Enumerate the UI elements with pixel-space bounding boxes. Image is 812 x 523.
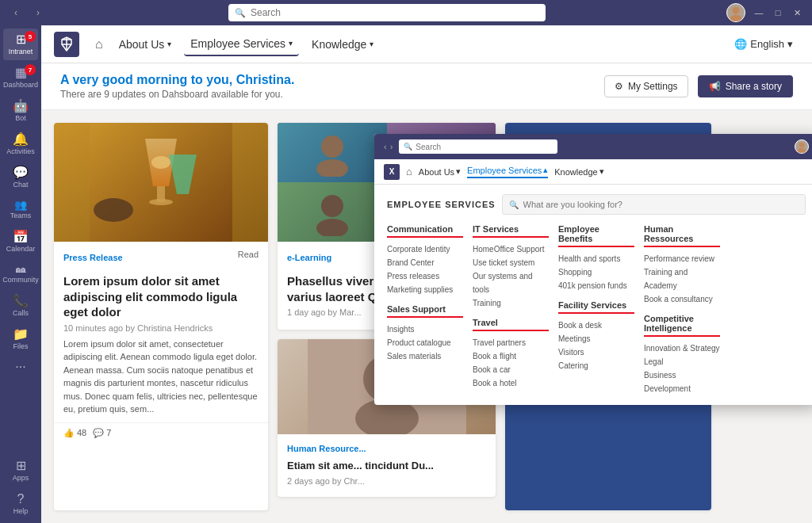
community-icon: 🏘: [16, 264, 26, 274]
svg-point-9: [321, 136, 343, 158]
sidebar-item-activities[interactable]: 🔔 Activities: [3, 128, 38, 160]
title-bar-left: ‹ ›: [6, 3, 48, 22]
sidebar-label-files: Files: [13, 342, 28, 350]
help-icon: ?: [17, 493, 25, 506]
overlay-chevron-3: ▾: [599, 166, 604, 177]
service-col-sales-items: Insights Product catalogue Sales materia…: [387, 323, 463, 363]
sidebar-item-dashboard[interactable]: ▦ Dashboard 7: [3, 62, 38, 94]
title-bar: ‹ › 🔍 — □ ✕: [0, 0, 812, 25]
teams-icon: 👥: [14, 200, 27, 210]
sidebar-item-intranet[interactable]: ⊞ Intranet 5: [3, 29, 38, 60]
list-item[interactable]: Book a car: [473, 363, 549, 376]
nav-item-knowledge[interactable]: Knowledge ▾: [305, 33, 380, 55]
overlay-nav-knowledge[interactable]: Knowledge ▾: [554, 166, 603, 177]
sidebar-label-apps: Apps: [13, 474, 29, 482]
language-selector[interactable]: 🌐 English ▾: [728, 35, 799, 53]
home-button[interactable]: ⌂: [92, 34, 106, 55]
sidebar-item-calendar[interactable]: 📅 Calendar: [3, 226, 38, 258]
sidebar-item-community[interactable]: 🏘 Community: [3, 259, 38, 288]
list-item[interactable]: Book a desk: [558, 319, 634, 332]
back-button[interactable]: ‹: [6, 3, 25, 22]
list-item[interactable]: Product catalogue: [387, 336, 463, 349]
list-item[interactable]: Legal: [644, 355, 720, 368]
maximize-button[interactable]: □: [769, 4, 787, 21]
list-item[interactable]: Performance review: [644, 252, 720, 265]
list-item[interactable]: Insights: [387, 323, 463, 336]
settings-icon: ⚙: [615, 81, 623, 92]
service-col-hr: Human Ressources Performance review Trai…: [644, 224, 720, 395]
overlay-content-search-input[interactable]: [523, 200, 799, 209]
list-item[interactable]: Book a consultancy: [644, 292, 720, 306]
overlay-nav-employee-services[interactable]: Employee Services ▴: [467, 165, 548, 178]
article-3-tag: Human Resource...: [287, 444, 366, 453]
sidebar-item-teams[interactable]: 👥 Teams: [3, 195, 38, 224]
list-item[interactable]: Business Development: [644, 368, 720, 395]
list-item[interactable]: Book a hotel: [473, 376, 549, 390]
list-item[interactable]: HomeOffice Support: [473, 242, 549, 256]
svg-point-1: [730, 15, 742, 21]
forward-button[interactable]: ›: [29, 3, 48, 22]
service-col-benefits-items: Health and sports Shopping 401k pension …: [558, 252, 634, 292]
my-settings-button[interactable]: ⚙ My Settings: [604, 75, 688, 97]
overlay-section-title: EMPLOYEE SERVICES: [387, 200, 496, 209]
sidebar-label-dashboard: Dashboard: [3, 81, 38, 89]
sidebar-item-help[interactable]: ? Help: [3, 488, 38, 520]
overlay-chevron-2: ▴: [543, 165, 548, 175]
overlay-topbar: ‹ › 🔍: [374, 134, 812, 159]
sidebar-item-chat[interactable]: 💬 Chat: [3, 162, 38, 193]
sidebar-item-files[interactable]: 📁 Files: [3, 323, 38, 355]
overlay-nav-about[interactable]: About Us ▾: [419, 166, 461, 177]
list-item[interactable]: 401k pension funds: [558, 279, 634, 292]
title-search-bar[interactable]: 🔍: [228, 4, 546, 21]
article-3-title: Etiam sit ame... tincidunt Du...: [287, 460, 486, 473]
list-item[interactable]: Visitors: [558, 345, 634, 359]
nav-label-about: About Us: [119, 38, 165, 51]
nav-item-employee-services[interactable]: Employee Services ▾: [184, 32, 299, 56]
list-item[interactable]: Our systems and tools: [473, 269, 549, 296]
list-item[interactable]: Press releases: [387, 269, 463, 283]
list-item[interactable]: Sales materials: [387, 349, 463, 363]
service-col-hr-title: Human Ressources: [644, 224, 720, 247]
article-2-tag: e-Learning: [287, 253, 331, 262]
list-item[interactable]: Training and Academy: [644, 265, 720, 292]
list-item[interactable]: Catering: [558, 359, 634, 372]
search-input[interactable]: [251, 7, 539, 18]
close-button[interactable]: ✕: [788, 4, 806, 21]
svg-point-14: [316, 219, 348, 236]
title-bar-right: — □ ✕: [726, 3, 806, 22]
sidebar-more[interactable]: ···: [15, 360, 25, 374]
comment-button[interactable]: 💬 7: [93, 428, 111, 438]
list-item[interactable]: Marketing supplies: [387, 283, 463, 296]
overlay-avatar[interactable]: [795, 139, 809, 154]
share-story-button[interactable]: 📢 Share a story: [698, 75, 793, 97]
overlay-search-input[interactable]: [416, 143, 553, 151]
overlay-search-bar[interactable]: 🔍: [399, 139, 557, 154]
sidebar-item-apps[interactable]: ⊞ Apps: [3, 455, 38, 487]
list-item[interactable]: Shopping: [558, 265, 634, 279]
sidebar-item-calls[interactable]: 📞 Calls: [3, 290, 38, 322]
list-item[interactable]: Corporate Identity: [387, 242, 463, 256]
user-avatar[interactable]: [726, 3, 745, 22]
overlay-back-button[interactable]: ‹: [384, 142, 387, 151]
welcome-bar: A very good morning to you, Christina. T…: [41, 63, 812, 110]
nav-item-about[interactable]: About Us ▾: [113, 33, 178, 55]
list-item[interactable]: Health and sports: [558, 252, 634, 265]
like-count: 48: [77, 428, 86, 437]
list-item[interactable]: Innovation & Strategy: [644, 342, 720, 355]
list-item[interactable]: Training: [473, 296, 549, 310]
video-cell-3: [278, 182, 387, 242]
list-item[interactable]: Use ticket system: [473, 256, 549, 269]
list-item[interactable]: Travel partners: [473, 336, 549, 349]
minimize-button[interactable]: —: [750, 4, 768, 21]
sidebar-item-bot[interactable]: 🤖 Bot: [3, 95, 38, 127]
list-item[interactable]: Book a flight: [473, 349, 549, 363]
search-icon: 🔍: [235, 8, 246, 18]
list-item[interactable]: Meetings: [558, 332, 634, 345]
list-item[interactable]: Brand Center: [387, 256, 463, 269]
overlay-forward-button[interactable]: ›: [390, 142, 393, 151]
activities-icon: 🔔: [13, 133, 29, 146]
like-button[interactable]: 👍 48: [63, 428, 86, 438]
overlay-content-search[interactable]: 🔍: [502, 194, 806, 215]
logo: [54, 32, 79, 57]
article-1-meta: Press Release Read: [54, 242, 268, 269]
